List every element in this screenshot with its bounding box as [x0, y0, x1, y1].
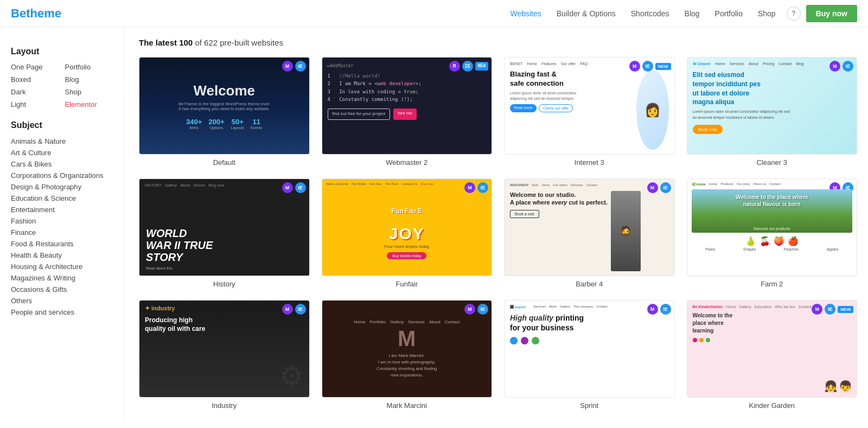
sidebar-item-blog[interactable]: Blog	[65, 74, 114, 85]
farm-title: Welcome to the place wherenatural flavou…	[697, 194, 847, 208]
theme-card-funfair[interactable]: M IE News & EventsOur RidesFun FairThe P…	[322, 178, 493, 288]
sidebar-item-art[interactable]: Art & Culture	[11, 147, 113, 158]
theme-thumb-kinder: M IE NEW Be KinderGartenHomeGalleryEduca…	[687, 300, 858, 398]
internet-btn-read[interactable]: Read more	[510, 104, 537, 112]
badge-ie: IE	[295, 61, 306, 72]
badge-muffin: M	[282, 61, 293, 72]
internet-title: Blazing fast &safe connection	[510, 70, 632, 88]
sidebar-item-people[interactable]: People and services	[11, 306, 113, 318]
header: Betheme Websites Builder & Options Short…	[0, 0, 868, 27]
badge-row: M IE	[282, 61, 306, 72]
theme-name-cleaner: Cleaner 3	[687, 158, 858, 167]
content-header: The latest 100 of 622 pre-built websites	[139, 38, 857, 47]
farm-hero-img: Welcome to the place wherenatural flavou…	[692, 189, 853, 233]
internet-hero: Blazing fast &safe connection Lorem ipsu…	[510, 70, 669, 150]
nav-websites[interactable]: Websites	[510, 9, 541, 18]
kinder-dots	[693, 338, 852, 342]
logo-be: Be	[11, 7, 26, 20]
theme-card-industry[interactable]: M IE ✦ industry Producing highquality oi…	[139, 300, 310, 410]
buy-button[interactable]: Buy now	[806, 5, 857, 22]
site-logo[interactable]: Betheme	[11, 7, 61, 21]
cleaner-sub: Lorem ipsum dolor sit amet consectetur a…	[693, 109, 852, 120]
theme-name-sprint: Sprint	[504, 401, 675, 410]
badge-ie: IE	[295, 304, 306, 315]
nav-blog[interactable]: Blog	[685, 9, 700, 18]
theme-thumb-funfair: M IE News & EventsOur RidesFun FairThe P…	[322, 178, 493, 276]
theme-name-webmaster: Webmaster 2	[322, 158, 493, 167]
theme-name-farm: Farm 2	[687, 280, 858, 288]
sidebar-item-education[interactable]: Education & Science	[11, 193, 113, 204]
wm-line2: 2 I am Mark = <web developer>;	[328, 80, 487, 87]
sidebar-item-fashion[interactable]: Fashion	[11, 215, 113, 227]
sidebar-item-magazines[interactable]: Magazines & Writing	[11, 272, 113, 284]
sidebar-item-elementor[interactable]: Elementor	[65, 99, 114, 110]
badge-ie: IE	[462, 61, 473, 72]
sidebar-item-occasions[interactable]: Occasions & Gifts	[11, 284, 113, 295]
barber-btn[interactable]: Book a visit	[510, 210, 539, 218]
theme-card-mark[interactable]: M IE HomePortfolioGalleryServicesAboutCo…	[322, 300, 493, 410]
nav-shop[interactable]: Shop	[758, 9, 776, 18]
sidebar-item-others[interactable]: Others	[11, 295, 113, 306]
badge-row: M IE	[282, 182, 306, 193]
sidebar-item-portfolio[interactable]: Portfolio	[65, 62, 114, 72]
sidebar-item-finance[interactable]: Finance	[11, 227, 113, 238]
nav-portfolio[interactable]: Portfolio	[715, 9, 743, 18]
help-button[interactable]: ?	[787, 7, 801, 21]
theme-card-history[interactable]: M IE HISTORYGalleryAboutStoriesBlog now …	[139, 178, 310, 288]
badge-row: M IE	[464, 304, 488, 315]
badge-row: M IE NEW	[812, 304, 853, 315]
sidebar-item-dark[interactable]: Dark	[11, 87, 60, 97]
nav-builder[interactable]: Builder & Options	[557, 9, 616, 18]
theme-card-default[interactable]: M IE Welcome BeTheme is the biggest Word…	[139, 57, 310, 167]
sidebar-item-boxed[interactable]: Boxed	[11, 74, 60, 85]
nav-shortcodes[interactable]: Shortcodes	[631, 9, 669, 18]
sidebar-item-corporations[interactable]: Corporations & Organizations	[11, 170, 113, 181]
sidebar-item-housing[interactable]: Housing & Architecture	[11, 261, 113, 272]
main-nav: Websites Builder & Options Shortcodes Bl…	[510, 9, 775, 18]
theme-thumb-cleaner: M IE ✿ CleanerHomeServicesAboutPricingCo…	[687, 57, 858, 155]
theme-name-internet: Internet 3	[504, 158, 675, 167]
sidebar-item-food[interactable]: Food & Restaurants	[11, 238, 113, 250]
sidebar-item-one-page[interactable]: One Page	[11, 62, 60, 72]
theme-card-cleaner[interactable]: M IE ✿ CleanerHomeServicesAboutPricingCo…	[687, 57, 858, 167]
sidebar-item-design[interactable]: Design & Photography	[11, 181, 113, 193]
sidebar-item-light[interactable]: Light	[11, 99, 60, 110]
wm-btn-hire[interactable]: hire me	[393, 108, 417, 120]
theme-thumb-internet: M IE NEW BENETHomeFeaturesOur offerFAQ B…	[504, 57, 675, 155]
sidebar-item-animals[interactable]: Animals & Nature	[11, 136, 113, 147]
internet-btn-offer[interactable]: Check our offer	[539, 104, 573, 112]
wm-btn-find[interactable]: find out free for your project	[328, 108, 391, 120]
theme-thumb-webmaster: M IE NEW ►WebMaster 1 //Hello world! 2 I…	[322, 57, 493, 155]
layout-grid: One Page Portfolio Boxed Blog Dark Shop …	[11, 62, 113, 110]
wm-line1: 1 //Hello world!	[328, 72, 487, 80]
fruit-peach: 🍑	[774, 236, 784, 246]
theme-card-farm[interactable]: M IE 🌿 FARMHomeProductsOur storyAbout us…	[687, 178, 858, 288]
sidebar-item-health[interactable]: Health & Beauty	[11, 250, 113, 261]
theme-card-barber[interactable]: M IE BEBARBERStartStoreOur talentService…	[504, 178, 675, 288]
theme-card-kinder[interactable]: M IE NEW Be KinderGartenHomeGalleryEduca…	[687, 300, 858, 410]
industry-title: Producing highquality oil with care	[145, 316, 304, 333]
barber-title: Welcome to our studio.A place where ever…	[510, 191, 608, 207]
content-area: The latest 100 of 622 pre-built websites…	[125, 27, 868, 420]
funfair-btn[interactable]: Buy tickets today	[387, 252, 426, 259]
default-welcome: Welcome	[193, 82, 255, 99]
wm-btns: find out free for your project hire me	[328, 108, 487, 120]
sidebar-item-shop[interactable]: Shop	[65, 87, 114, 97]
fruit-pear: 🍐	[745, 236, 756, 246]
theme-card-sprint[interactable]: M IE ⬛ bsprint ServicesWorkGalleryThe co…	[504, 300, 675, 410]
sidebar-item-cars[interactable]: Cars & Bikes	[11, 158, 113, 170]
funfair-sub: Four more tickets today	[384, 244, 430, 249]
internet-sub: Lorem ipsum dolor sit amet consecteturad…	[510, 91, 632, 101]
badge-row: M IE	[647, 182, 671, 193]
badge-muffin: M	[629, 61, 640, 72]
theme-thumb-industry: M IE ✦ industry Producing highquality oi…	[139, 300, 310, 398]
subject-section-title: Subject	[11, 120, 113, 130]
theme-card-internet[interactable]: M IE NEW BENETHomeFeaturesOur offerFAQ B…	[504, 57, 675, 167]
badge-muffin: M	[829, 61, 840, 72]
mark-text: I am Mark Marcini.I am in love with phot…	[376, 353, 437, 379]
theme-card-webmaster[interactable]: M IE NEW ►WebMaster 1 //Hello world! 2 I…	[322, 57, 493, 167]
industry-logo: ✦ industry	[145, 305, 304, 312]
funfair-logo: Fun Fair E	[392, 207, 422, 215]
cleaner-btn[interactable]: Book now	[693, 125, 723, 134]
sidebar-item-entertainment[interactable]: Entertainment	[11, 204, 113, 215]
